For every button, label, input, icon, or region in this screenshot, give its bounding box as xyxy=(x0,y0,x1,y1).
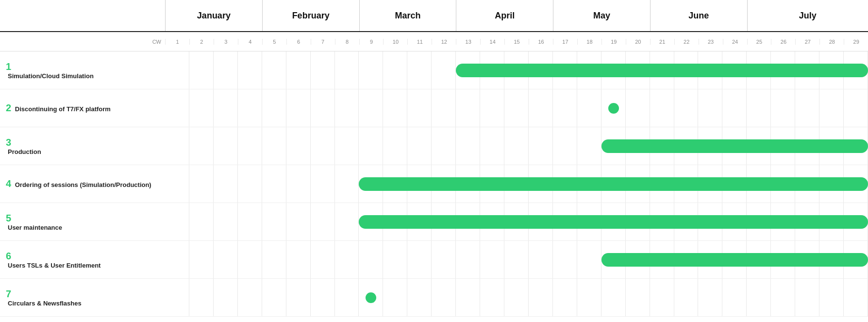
row-number-1: 1 xyxy=(6,61,159,72)
gantt-bar-1 xyxy=(456,64,868,77)
week-cell-23: 23 xyxy=(699,39,723,45)
month-february: February xyxy=(262,0,359,31)
week-cell-9: 9 xyxy=(359,39,384,45)
gantt-dot-2 xyxy=(608,103,619,114)
week-cell-20: 20 xyxy=(626,39,650,45)
row-label-6: 6 Users TSLs & User Entitlement xyxy=(0,246,165,274)
row-number-5: 5 xyxy=(6,213,159,224)
week-cell-19: 19 xyxy=(601,39,626,45)
gantt-dot-7 xyxy=(366,292,376,303)
row-title-5: User maintenance xyxy=(8,224,159,231)
week-cell-21: 21 xyxy=(650,39,674,45)
week-cell-18: 18 xyxy=(577,39,601,45)
week-cell-27: 27 xyxy=(795,39,819,45)
week-cell-5: 5 xyxy=(262,39,286,45)
row-number-3: 3 xyxy=(6,137,159,148)
week-cell-16: 16 xyxy=(529,39,553,45)
row-chart-4 xyxy=(165,165,868,203)
gantt-row-2: 2 Discontinuing of T7/FX platform xyxy=(0,89,868,127)
week-cell-17: 17 xyxy=(553,39,577,45)
row-number-4: 4 xyxy=(6,178,11,189)
gantt-row-1: 1 Simulation/Cloud Simulation xyxy=(0,51,868,89)
gantt-bar-5 xyxy=(359,215,868,229)
gantt-chart: January February March April May June Ju… xyxy=(0,0,868,322)
week-cell-29: 29 xyxy=(844,39,868,45)
months-header: January February March April May June Ju… xyxy=(0,0,868,32)
row-chart-7 xyxy=(165,279,868,316)
month-march: March xyxy=(359,0,456,31)
month-july: July xyxy=(747,0,868,31)
week-cell-7: 7 xyxy=(311,39,335,45)
row-chart-5 xyxy=(165,203,868,240)
row-label-3: 3 Production xyxy=(0,132,165,160)
week-cell-1: 1 xyxy=(165,39,189,45)
gantt-row-7: 7 Circulars & Newsflashes xyxy=(0,279,868,317)
row-title-6: Users TSLs & User Entitlement xyxy=(8,262,159,269)
week-cell-13: 13 xyxy=(456,39,480,45)
gantt-bar-6 xyxy=(601,253,868,267)
week-cell-28: 28 xyxy=(819,39,844,45)
cw-header: CW 1234567891011121314151617181920212223… xyxy=(0,32,868,51)
row-title-2: Discontinuing of T7/FX platform xyxy=(13,105,111,113)
month-june: June xyxy=(650,0,747,31)
row-title-3: Production xyxy=(8,148,159,155)
row-number-2: 2 xyxy=(6,102,11,113)
row-title-7: Circulars & Newsflashes xyxy=(8,300,159,307)
gantt-bar-3 xyxy=(601,139,868,153)
cw-label: CW xyxy=(0,39,165,45)
week-cell-4: 4 xyxy=(238,39,262,45)
row-label-4: 4 Ordering of sessions (Simulation/Produ… xyxy=(0,173,165,194)
row-title-1: Simulation/Cloud Simulation xyxy=(8,72,159,80)
gantt-row-6: 6 Users TSLs & User Entitlement xyxy=(0,241,868,279)
row-label-1: 1 Simulation/Cloud Simulation xyxy=(0,56,165,85)
week-cell-25: 25 xyxy=(747,39,771,45)
gantt-row-4: 4 Ordering of sessions (Simulation/Produ… xyxy=(0,165,868,203)
week-cell-24: 24 xyxy=(723,39,747,45)
week-cell-10: 10 xyxy=(383,39,407,45)
gantt-rows: 1 Simulation/Cloud Simulation2 Discontin… xyxy=(0,51,868,317)
week-cell-14: 14 xyxy=(480,39,504,45)
row-label-5: 5 User maintenance xyxy=(0,208,165,236)
month-january: January xyxy=(165,0,262,31)
week-cell-15: 15 xyxy=(504,39,529,45)
row-number-7: 7 xyxy=(6,288,159,300)
row-label-2: 2 Discontinuing of T7/FX platform xyxy=(0,98,165,119)
gantt-row-3: 3 Production xyxy=(0,127,868,165)
row-title-4: Ordering of sessions (Simulation/Product… xyxy=(13,181,151,188)
row-chart-6 xyxy=(165,241,868,278)
month-april: April xyxy=(456,0,553,31)
week-cell-2: 2 xyxy=(189,39,214,45)
week-cell-8: 8 xyxy=(335,39,359,45)
row-chart-1 xyxy=(165,51,868,89)
gantt-row-5: 5 User maintenance xyxy=(0,203,868,241)
week-cells: 1234567891011121314151617181920212223242… xyxy=(165,39,868,45)
row-chart-2 xyxy=(165,89,868,127)
row-number-6: 6 xyxy=(6,251,159,262)
week-cell-12: 12 xyxy=(432,39,456,45)
row-label-7: 7 Circulars & Newsflashes xyxy=(0,284,165,312)
month-may: May xyxy=(553,0,650,31)
week-cell-6: 6 xyxy=(286,39,311,45)
gantt-bar-4 xyxy=(359,177,868,191)
row-chart-3 xyxy=(165,127,868,165)
week-cell-11: 11 xyxy=(407,39,432,45)
week-cell-26: 26 xyxy=(771,39,795,45)
week-cell-3: 3 xyxy=(214,39,238,45)
week-cell-22: 22 xyxy=(674,39,699,45)
